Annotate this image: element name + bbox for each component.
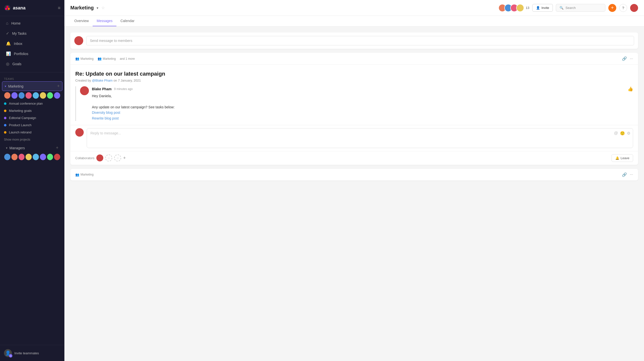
page-title: Marketing (70, 5, 94, 11)
sidebar-item-goals[interactable]: ◎ Goals (2, 59, 62, 69)
topbar-right: 13 👤 Invite 🔍 Search + ? (498, 4, 638, 12)
collaborators-bar: Collaborators ○ ○ + 🔔 Leave (70, 151, 638, 165)
managers-members (0, 153, 64, 161)
invite-button[interactable]: 👤 Invite (532, 4, 553, 12)
member-avatar (54, 92, 60, 99)
team-add-button[interactable]: + (57, 84, 60, 89)
tab-messages[interactable]: Messages (93, 16, 116, 26)
sidebar: asana ≡ ⌂ Home ✓ My Tasks 🔔 Inbox 📊 Port… (0, 0, 64, 361)
svg-point-1 (5, 8, 7, 10)
project-item-annual[interactable]: Annual conference plan (0, 100, 64, 107)
member-avatar (40, 92, 46, 99)
project-dot (4, 124, 6, 126)
user-avatar[interactable] (630, 4, 638, 12)
member-avatar (18, 92, 25, 99)
sidebar-nav: ⌂ Home ✓ My Tasks 🔔 Inbox 📊 Portfolios ◎… (0, 16, 64, 71)
meta-team-2: 👥 Marketing (98, 57, 116, 61)
invite-teammates-bar[interactable]: 👤 + Invite teammates (0, 345, 64, 361)
project-item-editorial[interactable]: Editorial Campaign (0, 114, 64, 122)
search-bar[interactable]: 🔍 Search (556, 4, 605, 12)
member-avatar (4, 153, 11, 160)
main-content: Marketing ▾ ☆ 13 👤 Invite 🔍 Search + (64, 0, 644, 361)
add-collaborator-button[interactable]: ○ (105, 154, 112, 161)
more-icon[interactable]: ··· (630, 57, 633, 61)
marketing-members (0, 91, 64, 100)
member-count: 13 (526, 6, 529, 10)
meta-team-1: 👥 Marketing (75, 57, 94, 61)
project-item-launch-rebrand[interactable]: Launch rebrand (0, 129, 64, 136)
invite-avatar: 👤 + (4, 349, 12, 357)
collaborator-avatar (96, 154, 103, 161)
add-collaborator-icon[interactable]: + (123, 155, 126, 161)
message-title: Re: Update on our latest campaign (75, 71, 633, 77)
sidebar-item-inbox[interactable]: 🔔 Inbox (2, 39, 62, 48)
project-dot (4, 131, 6, 134)
at-icon[interactable]: @ (614, 131, 618, 136)
chevron-down-icon[interactable]: ▾ (96, 6, 98, 10)
thread-greeting: Hey Daniela, Any update on our latest ca… (92, 93, 633, 121)
sidebar-item-home[interactable]: ⌂ Home (2, 19, 62, 28)
svg-point-2 (8, 8, 10, 10)
message-input[interactable]: Send message to members (86, 36, 634, 45)
project-dot (4, 110, 6, 112)
settings-icon[interactable]: ⚙ (627, 131, 630, 136)
composer-avatar (74, 36, 83, 45)
thread-message: Blake Pham 9 minutes ago 👍 Hey Daniela, … (80, 86, 633, 121)
project-item-marketing-goals[interactable]: Marketing goals (0, 107, 64, 114)
search-icon: 🔍 (560, 6, 564, 10)
svg-point-3 (6, 6, 9, 8)
bell-icon: 🔔 (615, 156, 619, 160)
member-avatar (25, 92, 32, 99)
member-avatar (32, 92, 39, 99)
sidebar-item-portfolios[interactable]: 📊 Portfolios (2, 49, 62, 59)
member-avatar (32, 153, 39, 160)
messages-content: Send message to members 👥 Marketing 👥 Ma… (64, 27, 644, 361)
show-more-projects[interactable]: Show more projects (0, 136, 64, 143)
invite-badge: + (9, 354, 12, 357)
add-collaborator-button[interactable]: ○ (114, 154, 121, 161)
emoji-icon[interactable]: 🙂 (620, 131, 625, 136)
message-card-2: 👥 Marketing 🔗 ··· (70, 169, 638, 181)
tab-bar: Overview Messages Calendar (64, 16, 644, 27)
link-icon[interactable]: 🔗 (622, 56, 627, 61)
sidebar-item-my-tasks[interactable]: ✓ My Tasks (2, 29, 62, 38)
message-thread: Blake Pham 9 minutes ago 👍 Hey Daniela, … (75, 86, 633, 121)
team-add-button[interactable]: + (56, 145, 58, 151)
leave-button[interactable]: 🔔 Leave (612, 154, 633, 162)
tab-overview[interactable]: Overview (70, 16, 93, 26)
bell-icon: 🔔 (6, 41, 11, 46)
thread-avatar (80, 86, 89, 95)
member-avatar (516, 4, 524, 12)
person-icon: 👤 (536, 6, 540, 10)
message-card-1: 👥 Marketing 👥 Marketing and 1 more 🔗 ···… (70, 53, 638, 165)
add-button[interactable]: + (608, 4, 616, 12)
project-dot (4, 102, 6, 105)
team-item-marketing[interactable]: ▾ Marketing + (2, 81, 62, 91)
member-avatar (40, 153, 46, 160)
project-item-product-launch[interactable]: Product Launch (0, 122, 64, 129)
chevron-down-icon: ▾ (6, 146, 8, 150)
member-avatar (25, 153, 32, 160)
message-meta: 👥 Marketing 👥 Marketing and 1 more 🔗 ··· (70, 53, 638, 65)
team-item-managers[interactable]: ▾ Managers + (2, 143, 62, 153)
star-icon[interactable]: ☆ (101, 6, 105, 10)
member-avatar (47, 92, 54, 99)
author-link[interactable]: @Blake Pham (92, 79, 112, 82)
link-icon[interactable]: 🔗 (622, 172, 627, 177)
help-button[interactable]: ? (619, 4, 627, 12)
more-icon[interactable]: ··· (630, 172, 633, 177)
team-icon: 👥 (98, 57, 102, 61)
chart-icon: 📊 (6, 51, 11, 56)
app-logo: asana (4, 5, 26, 12)
like-icon[interactable]: 👍 (628, 86, 633, 92)
chevron-down-icon: ▾ (5, 85, 6, 88)
rewrite-post-link[interactable]: Rewrite blog post (92, 116, 633, 121)
member-avatar (11, 92, 18, 99)
message-created: Created by @Blake Pham on 7 January, 202… (75, 79, 633, 82)
sidebar-toggle[interactable]: ≡ (58, 6, 60, 11)
member-avatar (4, 92, 11, 99)
diversity-post-link[interactable]: Diversity blog post (92, 110, 633, 115)
message-body: Re: Update on our latest campaign Create… (70, 65, 638, 125)
tab-calendar[interactable]: Calendar (116, 16, 138, 26)
reply-input[interactable]: Reply to message... @ 🙂 ⚙ (87, 128, 633, 148)
